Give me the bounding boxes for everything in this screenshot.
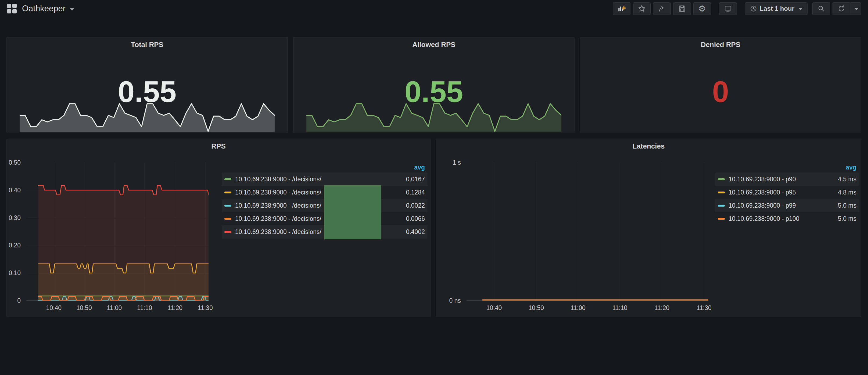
x-tick-label: 11:20 (167, 304, 183, 312)
panel-title[interactable]: Denied RPS (580, 40, 861, 49)
series-color-swatch[interactable] (224, 205, 231, 207)
dashboard-settings-button[interactable]: ⚙ (693, 2, 711, 15)
legend-series-label[interactable]: 10.10.69.238:9000 - p95 (728, 189, 813, 196)
x-tick-label: 11:00 (107, 304, 122, 312)
green-overlay-box (324, 185, 381, 239)
y-tick-label: 1 s (453, 159, 461, 166)
x-tick-label: 11:30 (696, 304, 712, 312)
legend-avg-value: 4.5 ms (813, 176, 857, 183)
monitor-icon (724, 5, 732, 12)
series-color-swatch[interactable] (718, 218, 725, 220)
rps-x-axis: 10:4010:5011:0011:1011:2011:30 (26, 302, 209, 311)
panel-rps-graph: RPS 00.100.200.300.400.50 10:4010:5011:0… (6, 138, 431, 317)
share-icon (658, 5, 665, 12)
rps-y-axis: 00.100.200.300.400.50 (7, 162, 23, 301)
zoom-out-time-button[interactable] (812, 2, 830, 15)
panel-title[interactable]: Allowed RPS (293, 40, 574, 49)
stat-value-total-rps: 0.55 (7, 77, 287, 107)
cycle-view-mode-button[interactable] (719, 2, 737, 15)
legend-series-label[interactable]: 10.10.69.238:9000 - p90 (728, 176, 813, 183)
legend-avg-value: 0.0066 (382, 215, 425, 222)
time-range-label: Last 1 hour (760, 5, 794, 12)
save-dashboard-button[interactable] (673, 2, 691, 15)
panel-total-rps: Total RPS 0.55 (6, 37, 288, 133)
legend-avg-value: 0.4002 (382, 228, 425, 236)
stat-value-denied-rps: 0 (580, 77, 861, 107)
legend-row[interactable]: 10.10.69.238:9000 - p954.8 ms (715, 186, 859, 199)
legend-avg-header[interactable]: avg (715, 164, 859, 173)
legend-row[interactable]: 10.10.69.238:9000 - p995.0 ms (715, 199, 859, 212)
legend-avg-value: 0.0022 (382, 202, 425, 209)
dashboard-picker[interactable]: Oathkeeper (7, 4, 74, 13)
series-color-swatch[interactable] (718, 205, 725, 207)
x-tick-label: 10:40 (46, 304, 62, 312)
toolbar: ⚙ Last 1 hour (613, 2, 861, 15)
legend-series-label[interactable]: 10.10.69.238:9000 - /decisions/ (235, 176, 382, 183)
x-tick-label: 10:50 (528, 304, 544, 312)
panel-title[interactable]: Latencies (436, 142, 861, 150)
latencies-y-axis: 0 ns1 s (436, 162, 464, 301)
share-dashboard-button[interactable] (653, 2, 671, 15)
legend-avg-value: 4.8 ms (813, 189, 857, 196)
time-range-picker[interactable]: Last 1 hour (745, 2, 808, 15)
panel-title[interactable]: Total RPS (7, 40, 287, 49)
x-tick-label: 10:40 (487, 304, 502, 312)
legend-avg-value: 0.0167 (382, 176, 425, 183)
legend-row[interactable]: 10.10.69.238:9000 - /decisions/0.0167 (222, 173, 428, 186)
legend-row[interactable]: 10.10.69.238:9000 - p904.5 ms (715, 173, 859, 186)
legend-avg-value: 5.0 ms (813, 202, 857, 209)
panel-title[interactable]: RPS (7, 142, 430, 150)
x-tick-label: 11:10 (613, 304, 627, 312)
dashboard-dropdown-caret-icon[interactable] (70, 8, 74, 11)
series-color-swatch[interactable] (718, 178, 725, 180)
x-tick-label: 11:20 (654, 304, 670, 312)
x-tick-label: 11:30 (198, 304, 213, 312)
x-tick-label: 10:50 (76, 304, 92, 312)
y-tick-label: 0.30 (9, 214, 21, 221)
add-panel-button[interactable] (613, 2, 630, 15)
legend-series-label[interactable]: 10.10.69.238:9000 - p100 (728, 215, 813, 222)
y-tick-label: 0.50 (9, 159, 21, 166)
dashboards-grid-icon[interactable] (7, 4, 17, 13)
series-color-swatch[interactable] (224, 191, 231, 193)
grafana-dashboard: Oathkeeper (0, 0, 868, 375)
legend-avg-header[interactable]: avg (222, 164, 428, 173)
panel-allowed-rps: Allowed RPS 0.55 (293, 37, 575, 133)
gear-icon: ⚙ (698, 4, 706, 13)
x-tick-label: 11:10 (137, 304, 152, 312)
series-color-swatch[interactable] (718, 191, 725, 193)
series-color-swatch[interactable] (224, 231, 231, 233)
y-tick-label: 0.20 (9, 242, 21, 249)
latencies-plot-area[interactable] (467, 162, 708, 301)
zoom-out-icon (817, 5, 825, 12)
legend-avg-value: 5.0 ms (813, 215, 857, 222)
time-range-caret-icon (799, 8, 802, 10)
panel-denied-rps: Denied RPS 0 (580, 37, 861, 133)
latencies-legend: avg 10.10.69.238:9000 - p904.5 ms10.10.6… (715, 164, 859, 225)
star-icon (638, 5, 646, 12)
y-tick-label: 0 ns (449, 297, 461, 304)
refresh-icon (838, 5, 845, 12)
save-icon (678, 5, 686, 12)
star-dashboard-button[interactable] (633, 2, 651, 15)
stat-value-allowed-rps: 0.55 (293, 77, 574, 107)
y-tick-label: 0 (17, 297, 21, 304)
refresh-caret-icon (855, 8, 858, 10)
series-color-swatch[interactable] (224, 178, 231, 180)
legend-row[interactable]: 10.10.69.238:9000 - p1005.0 ms (715, 212, 859, 225)
series-color-swatch[interactable] (224, 218, 231, 220)
y-tick-label: 0.10 (9, 270, 21, 277)
y-tick-label: 0.40 (9, 186, 21, 194)
legend-avg-value: 0.1284 (382, 189, 425, 196)
refresh-interval-dropdown[interactable] (850, 2, 861, 15)
legend-series-label[interactable]: 10.10.69.238:9000 - p99 (728, 202, 813, 209)
latencies-x-axis: 10:4010:5011:0011:1011:2011:30 (467, 302, 708, 311)
navbar: Oathkeeper (0, 0, 868, 17)
add-panel-icon (618, 5, 626, 12)
panel-latencies-graph: Latencies 0 ns1 s 10:4010:5011:0011:1011… (436, 138, 861, 317)
clock-icon (750, 5, 757, 12)
dashboard-title[interactable]: Oathkeeper (22, 4, 66, 13)
refresh-button[interactable] (833, 2, 850, 15)
rps-plot-area[interactable] (26, 162, 209, 301)
x-tick-label: 11:00 (570, 304, 586, 312)
